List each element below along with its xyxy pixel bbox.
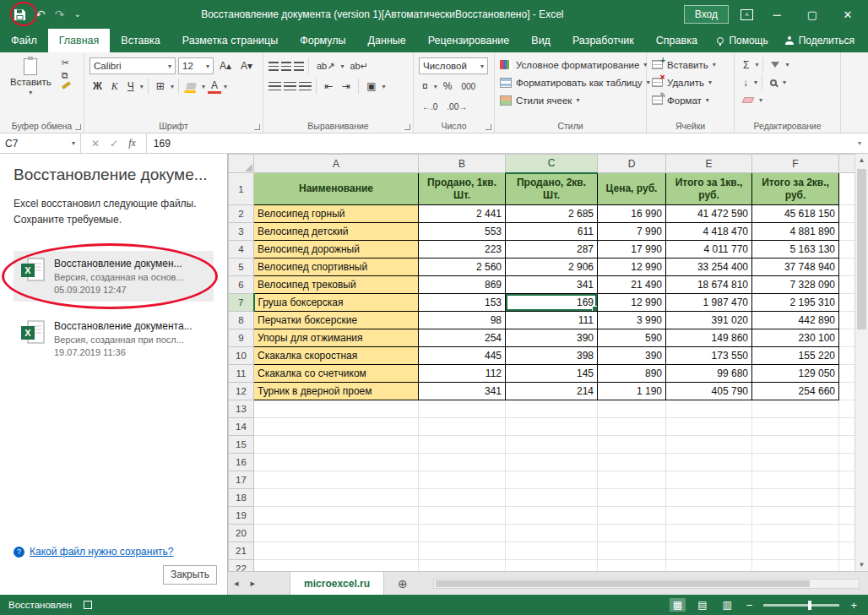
cell-A10[interactable]: Скакалка скоростная — [254, 347, 419, 365]
cell-E21[interactable] — [666, 542, 752, 560]
cell-E5[interactable]: 33 254 400 — [666, 259, 752, 276]
bold-button[interactable]: Ж — [90, 79, 106, 93]
cell-E9[interactable]: 149 860 — [666, 329, 752, 347]
zoom-slider[interactable] — [763, 604, 839, 607]
cell-E3[interactable]: 4 418 470 — [666, 223, 752, 241]
paste-button[interactable]: Вставить▾ — [5, 56, 57, 99]
column-header-F[interactable]: F — [752, 155, 839, 173]
cell-C19[interactable] — [506, 507, 598, 525]
cell-E4[interactable]: 4 011 770 — [666, 241, 752, 259]
cell-filler-17[interactable] — [839, 471, 855, 489]
cell-C5[interactable]: 2 906 — [506, 259, 598, 276]
cell-F11[interactable]: 129 050 — [752, 365, 839, 383]
percent-style-button[interactable]: % — [440, 79, 456, 93]
row-header-6[interactable]: 6 — [229, 276, 254, 294]
cell-F4[interactable]: 5 163 130 — [752, 241, 839, 259]
zoom-in-icon[interactable]: + — [848, 599, 860, 612]
cell-E19[interactable] — [666, 507, 752, 525]
ribbon-tab-1[interactable]: Главная — [48, 29, 111, 52]
cell-A17[interactable] — [254, 471, 419, 489]
cell-C2[interactable]: 2 685 — [506, 205, 598, 223]
row-header-20[interactable]: 20 — [229, 525, 254, 542]
cell-C15[interactable] — [506, 436, 598, 454]
cell-D2[interactable]: 16 990 — [598, 205, 666, 223]
cell-E12[interactable]: 405 790 — [666, 383, 752, 400]
enter-icon[interactable]: ✓ — [110, 138, 118, 150]
decrease-indent-icon[interactable]: ⇤ — [321, 79, 336, 93]
cell-C13[interactable] — [506, 400, 598, 418]
cell-filler-22[interactable] — [839, 560, 855, 572]
cell-E8[interactable]: 391 020 — [666, 312, 752, 329]
italic-button[interactable]: К — [108, 79, 122, 94]
vertical-scrollbar[interactable]: ▲ ▼ — [854, 154, 868, 571]
row-header-15[interactable]: 15 — [229, 436, 254, 454]
cell-filler-14[interactable] — [839, 418, 855, 436]
cell-D17[interactable] — [598, 471, 666, 489]
row-header-2[interactable]: 2 — [229, 205, 254, 223]
page-break-view-button[interactable]: ▥ — [719, 598, 735, 612]
cell-A3[interactable]: Велосипед детский — [254, 223, 419, 241]
format-cells-button[interactable]: Формат▾ — [652, 91, 729, 109]
ribbon-tab-3[interactable]: Разметка страницы — [171, 29, 289, 52]
grow-font-button[interactable]: А▴ — [216, 59, 235, 73]
cell-A11[interactable]: Скакалка со счетчиком — [254, 365, 419, 383]
vertical-scrollbar-thumb[interactable] — [857, 169, 866, 329]
cell-F19[interactable] — [752, 507, 839, 525]
orientation-button[interactable]: ab↗ — [313, 60, 338, 73]
cell-E6[interactable]: 18 674 810 — [666, 276, 752, 294]
cell-C6[interactable]: 341 — [506, 276, 598, 294]
cell-A20[interactable] — [254, 525, 419, 542]
cell-D1[interactable]: Цена, руб. — [598, 173, 666, 205]
cell-A16[interactable] — [254, 454, 419, 471]
cell-B1[interactable]: Продано, 1кв. Шт. — [419, 173, 506, 205]
accounting-format-button[interactable]: ¤ — [419, 79, 431, 93]
fill-color-button[interactable] — [183, 82, 199, 90]
cell-B18[interactable] — [419, 489, 506, 507]
cell-B20[interactable] — [419, 525, 506, 542]
cell-B15[interactable] — [419, 436, 506, 454]
cell-E17[interactable] — [666, 471, 752, 489]
cell-C16[interactable] — [506, 454, 598, 471]
cell-filler-20[interactable] — [839, 525, 855, 542]
cell-A12[interactable]: Турник в дверной проем — [254, 383, 419, 400]
cell-D6[interactable]: 21 490 — [598, 276, 666, 294]
ribbon-tab-9[interactable]: Справка — [645, 29, 708, 52]
cell-A6[interactable]: Велосипед трековый — [254, 276, 419, 294]
cell-C7[interactable]: 169 — [506, 294, 598, 312]
cell-A14[interactable] — [254, 418, 419, 436]
align-right-icon[interactable] — [299, 82, 312, 91]
cell-B6[interactable]: 869 — [419, 276, 506, 294]
align-center-icon[interactable] — [284, 82, 296, 91]
cell-A22[interactable] — [254, 560, 419, 572]
row-header-16[interactable]: 16 — [229, 454, 254, 471]
cell-A7[interactable]: Груша боксерская — [254, 294, 419, 312]
cell-F7[interactable]: 2 195 310 — [752, 294, 839, 312]
horizontal-scrollbar[interactable] — [433, 579, 860, 589]
share-button[interactable]: Поделиться — [785, 35, 854, 46]
column-header-E[interactable]: E — [666, 155, 752, 173]
ribbon-tab-7[interactable]: Вид — [520, 29, 561, 52]
cell-filler-18[interactable] — [839, 489, 855, 507]
ribbon-tab-8[interactable]: Разработчик — [561, 29, 645, 52]
merge-center-button[interactable]: ▣ — [363, 79, 379, 93]
delete-cells-button[interactable]: Удалить▾ — [652, 73, 729, 91]
cell-C12[interactable]: 214 — [506, 383, 598, 400]
ribbon-tab-5[interactable]: Данные — [357, 29, 417, 52]
row-header-17[interactable]: 17 — [229, 471, 254, 489]
cell-B14[interactable] — [419, 418, 506, 436]
cell-B9[interactable]: 254 — [419, 329, 506, 347]
clipboard-dialog-launcher-icon[interactable] — [75, 124, 81, 130]
cell-D19[interactable] — [598, 507, 666, 525]
clear-button[interactable] — [740, 96, 757, 104]
cell-A21[interactable] — [254, 542, 419, 560]
cell-C21[interactable] — [506, 542, 598, 560]
sort-filter-button[interactable] — [768, 61, 783, 68]
cell-C18[interactable] — [506, 489, 598, 507]
cell-A8[interactable]: Перчатки боксерские — [254, 312, 419, 329]
cell-B2[interactable]: 2 441 — [419, 205, 506, 223]
row-header-12[interactable]: 12 — [229, 383, 254, 400]
row-header-4[interactable]: 4 — [229, 241, 254, 259]
format-painter-icon[interactable] — [62, 81, 71, 90]
cell-F9[interactable]: 230 100 — [752, 329, 839, 347]
select-all-button[interactable] — [229, 155, 254, 173]
